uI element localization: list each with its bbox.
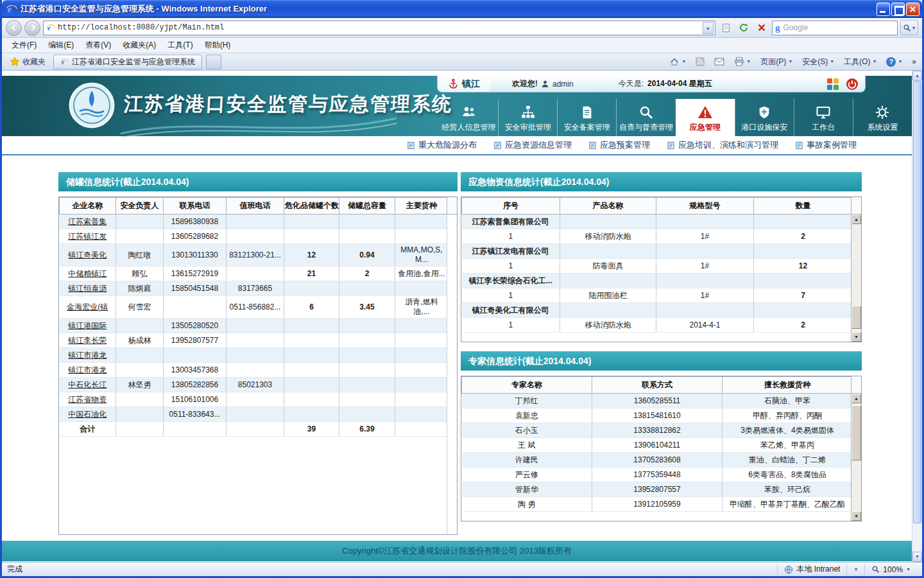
company-link[interactable]: 镇江港国际 <box>60 319 116 333</box>
search-button[interactable] <box>900 20 918 35</box>
experts-scrollbar[interactable]: ▲ ▼ <box>851 394 861 521</box>
close-button[interactable] <box>906 3 920 16</box>
theme-icon[interactable] <box>826 78 839 91</box>
table-row: 1移动消防水炮2014-4-12 <box>462 318 853 333</box>
favorites-button[interactable]: 收藏夹 <box>6 55 49 69</box>
zoom-control[interactable]: 100% <box>864 564 917 575</box>
toolbar-overflow-button[interactable]: » <box>910 56 918 67</box>
table-cell <box>164 296 227 319</box>
refresh-button[interactable] <box>736 20 751 35</box>
page-menu-button[interactable]: 页面(P) <box>758 55 794 69</box>
company-link[interactable]: 镇江李长荣 <box>60 333 116 348</box>
table-cell: 陆用围油栏 <box>560 288 656 303</box>
stop-button[interactable] <box>754 20 769 35</box>
scrollbar-thumb[interactable] <box>851 306 861 329</box>
home-button[interactable] <box>667 56 688 68</box>
forward-button[interactable] <box>24 20 40 36</box>
subnav-label: 应急资源信息管理 <box>505 139 572 151</box>
tab-page-icon: e <box>60 58 69 66</box>
experts-table: 专家名称联系方式擅长救援货种 丁邦红13605285511石脑油、甲苯袁新忠13… <box>461 376 853 512</box>
menu-item[interactable]: 文件(F) <box>6 38 42 53</box>
welcome-label: 欢迎您! <box>512 78 538 89</box>
company-link[interactable]: 江苏索普集 <box>60 215 116 229</box>
menu-item[interactable]: 编辑(E) <box>42 38 80 53</box>
new-tab-button[interactable] <box>206 55 221 69</box>
table-cell <box>339 407 395 422</box>
header-row: 专家名称联系方式擅长救援货种 <box>462 377 853 394</box>
subnav-item[interactable]: 重大危险源分布 <box>407 139 477 151</box>
nav-label: 安全备案管理 <box>564 122 610 133</box>
column-header: 储罐总容量 <box>339 198 395 215</box>
search-dropdown-icon[interactable] <box>912 22 916 33</box>
page-scrollbar[interactable]: ▲ ▼ <box>912 71 922 562</box>
subnav-item[interactable]: 应急培训、演练和演习管理 <box>667 139 778 151</box>
tanks-scrollbar[interactable] <box>447 215 457 534</box>
table-cell: 移动消防水炮 <box>560 318 656 333</box>
nav-item-system-settings[interactable]: 系统设置 <box>853 99 912 136</box>
scroll-down-arrow[interactable]: ▼ <box>851 332 861 342</box>
menu-item[interactable]: 帮助(H) <box>199 38 237 53</box>
nav-item-safety-approval[interactable]: 安全审批管理 <box>498 99 557 136</box>
scrollbar-thumb[interactable] <box>851 405 861 460</box>
scroll-down-arrow[interactable]: ▼ <box>851 511 861 521</box>
address-dropdown[interactable] <box>703 22 714 34</box>
document-small-icon <box>493 141 502 150</box>
scroll-up-arrow[interactable]: ▲ <box>912 71 922 81</box>
subnav-item[interactable]: 应急预案管理 <box>588 139 650 151</box>
scrollbar-thumb[interactable] <box>913 82 921 523</box>
maximize-button[interactable] <box>891 3 905 16</box>
help-button[interactable]: ? <box>884 56 904 68</box>
nav-item-workbench[interactable]: 工作台 <box>794 99 853 136</box>
menu-item[interactable]: 查看(V) <box>80 38 117 53</box>
browser-tab[interactable]: e 江苏省港口安全监管与应急管理系统 <box>53 55 202 69</box>
table-cell <box>227 422 284 437</box>
menu-item[interactable]: 工具(T) <box>162 38 198 53</box>
nav-item-self-inspection[interactable]: 自查与督查管理 <box>616 99 675 136</box>
menu-item[interactable]: 收藏夹(A) <box>117 38 162 53</box>
table-row: 江苏省物资15106101006 <box>60 392 449 407</box>
table-cell: 移动消防水炮 <box>560 229 656 244</box>
scroll-down-arrow[interactable]: ▼ <box>912 552 922 562</box>
table-row: 江苏镇江发13605289682 <box>60 229 449 244</box>
company-link[interactable]: 中国石油化 <box>60 407 116 422</box>
company-link[interactable]: 镇江市港龙 <box>60 348 116 363</box>
company-link[interactable]: 金海宏业(镇 <box>60 296 116 319</box>
nav-item-safety-record[interactable]: 安全备案管理 <box>557 99 616 136</box>
nav-item-operator-info[interactable]: 经营人信息管理 <box>440 99 498 136</box>
compatibility-view-icon[interactable] <box>718 20 733 35</box>
table-cell: 15896380938 <box>164 215 227 229</box>
search-box[interactable]: g Google <box>772 21 898 35</box>
tools-menu-button[interactable]: 工具(O) <box>842 55 878 69</box>
back-button[interactable] <box>6 20 22 36</box>
address-bar[interactable]: e http://localhost:8080/yjpt/Main.html <box>43 21 715 35</box>
supplies-scrollbar[interactable]: ▲ ▼ <box>851 215 861 342</box>
scroll-up-arrow[interactable]: ▲ <box>851 215 861 224</box>
company-link[interactable]: 镇江奇美化 <box>60 244 116 267</box>
feeds-button[interactable] <box>694 56 706 67</box>
subnav-item[interactable]: 事故案例管理 <box>795 139 857 151</box>
table-row: 管新华13952807557苯胺、环己烷 <box>462 482 853 497</box>
table-cell: 6类毒害品、8类腐蚀品 <box>723 468 853 482</box>
right-column: 应急物资信息统计(截止2014.04.04) 序号产品名称规格型号数量 江苏索普… <box>461 172 862 541</box>
company-link[interactable]: 中储粮镇江 <box>60 267 116 281</box>
subnav-item[interactable]: 应急资源信息管理 <box>493 139 572 151</box>
nav-item-emergency-management[interactable]: 应急管理 <box>676 99 735 136</box>
print-button[interactable] <box>732 56 753 67</box>
company-link[interactable]: 江苏省物资 <box>60 392 116 407</box>
monitor-icon <box>815 102 832 120</box>
mail-button[interactable] <box>712 57 726 67</box>
welcome-area: 欢迎您! admin <box>512 78 574 89</box>
company-link[interactable]: 镇江市港龙 <box>60 363 116 378</box>
table-cell: 85021303 <box>227 378 284 392</box>
table-cell: 2 <box>339 267 395 281</box>
minimize-button[interactable] <box>877 3 890 16</box>
company-link[interactable]: 江苏镇江发 <box>60 229 116 244</box>
title-bar: e 江苏省港口安全监管与应急管理系统 - Windows Internet Ex… <box>2 0 922 18</box>
safety-menu-button[interactable]: 安全(S) <box>800 55 836 69</box>
company-link[interactable]: 中石化长江 <box>60 378 116 392</box>
company-link[interactable]: 镇江恒泰沥 <box>60 281 116 296</box>
scroll-up-arrow[interactable]: ▲ <box>851 394 861 403</box>
nav-item-port-security[interactable]: 港口设施保安 <box>735 99 794 136</box>
status-options-button[interactable] <box>846 564 864 575</box>
logout-power-icon[interactable] <box>846 78 859 91</box>
